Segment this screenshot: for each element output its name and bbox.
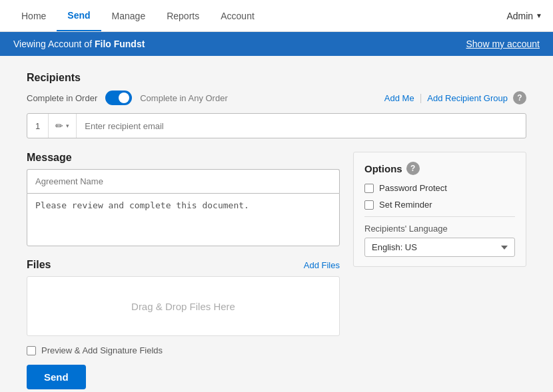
pipe-divider: |	[420, 93, 422, 103]
main-content: Recipients Complete in Order Complete in…	[0, 56, 553, 392]
recipient-email-input[interactable]	[77, 121, 526, 131]
language-select[interactable]: English: US English: UK Spanish French G…	[364, 238, 515, 257]
password-protect-label: Password Protect	[379, 183, 447, 193]
account-banner: Viewing Account of Filo Fundst Show my a…	[0, 32, 553, 56]
set-reminder-row: Set Reminder	[364, 200, 515, 210]
nav-item-send[interactable]: Send	[57, 1, 101, 31]
nav-item-manage[interactable]: Manage	[101, 1, 157, 31]
nav-item-home[interactable]: Home	[11, 1, 57, 31]
navbar: Home Send Manage Reports Account Admin	[0, 0, 553, 32]
recipient-actions: Add Me | Add Recipient Group ?	[384, 91, 526, 104]
preview-row: Preview & Add Signature Fields	[27, 345, 526, 355]
message-title: Message	[27, 152, 340, 164]
banner-prefix: Viewing Account of	[13, 39, 95, 49]
nav-item-account[interactable]: Account	[210, 1, 265, 31]
options-help-icon[interactable]: ?	[406, 162, 420, 175]
nav-item-reports[interactable]: Reports	[156, 1, 210, 31]
recipient-input-row: 1 ✏ ▾	[27, 113, 526, 138]
toggle-slider	[105, 91, 132, 105]
right-col: Options ? Password Protect Set Reminder …	[353, 152, 526, 336]
preview-checkbox[interactable]	[27, 346, 36, 355]
recipients-title: Recipients	[27, 72, 526, 84]
set-reminder-checkbox[interactable]	[364, 200, 374, 210]
add-recipient-group-link[interactable]: Add Recipient Group	[427, 93, 508, 103]
banner-account-name: Filo Fundst	[95, 39, 145, 49]
password-protect-checkbox[interactable]	[364, 184, 374, 193]
options-header: Options ?	[364, 162, 515, 175]
set-reminder-label: Set Reminder	[379, 200, 432, 210]
preview-label: Preview & Add Signature Fields	[41, 345, 163, 355]
files-header: Files Add Files	[27, 259, 340, 271]
language-label: Recipients' Language	[364, 224, 515, 234]
options-divider	[364, 216, 515, 217]
recipients-help-icon[interactable]: ?	[513, 91, 526, 104]
complete-any-order-label: Complete in Any Order	[140, 93, 228, 103]
options-panel: Options ? Password Protect Set Reminder …	[353, 152, 526, 267]
add-me-link[interactable]: Add Me	[384, 93, 414, 103]
password-protect-row: Password Protect	[364, 183, 515, 193]
pen-icon-area[interactable]: ✏ ▾	[49, 114, 77, 138]
recipients-options-row: Complete in Order Complete in Any Order …	[27, 91, 526, 105]
complete-in-order-label: Complete in Order	[27, 93, 97, 103]
banner-text: Viewing Account of Filo Fundst	[13, 39, 145, 49]
agreement-name-input[interactable]	[27, 169, 340, 193]
admin-menu[interactable]: Admin	[506, 11, 542, 21]
two-col-layout: Message Please review and complete this …	[27, 152, 526, 336]
complete-order-toggle[interactable]	[105, 91, 132, 105]
nav-items: Home Send Manage Reports Account	[11, 1, 506, 31]
send-button[interactable]: Send	[27, 365, 86, 389]
files-title: Files	[27, 259, 51, 271]
show-my-account-link[interactable]: Show my account	[466, 39, 540, 49]
pen-chevron-icon: ▾	[66, 122, 69, 129]
drop-zone[interactable]: Drag & Drop Files Here	[27, 276, 340, 336]
recipient-number: 1	[27, 114, 49, 138]
add-files-link[interactable]: Add Files	[304, 260, 340, 270]
left-col: Message Please review and complete this …	[27, 152, 340, 336]
pen-icon: ✏	[55, 120, 63, 131]
message-textarea[interactable]: Please review and complete this document…	[27, 193, 340, 246]
options-title: Options	[364, 163, 402, 174]
